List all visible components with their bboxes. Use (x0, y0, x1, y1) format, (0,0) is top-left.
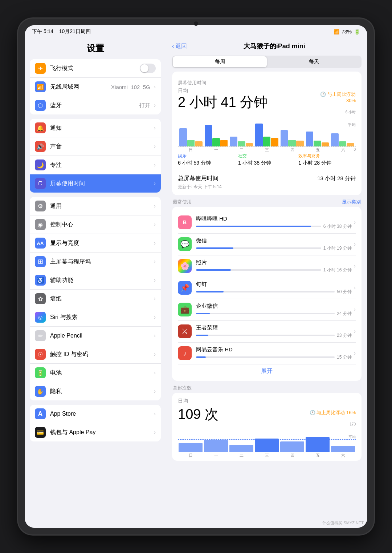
bar-efficiency (220, 140, 228, 146)
chevron-icon: › (154, 84, 156, 90)
sidebar-item-label: Siri 与搜索 (50, 314, 152, 321)
status-time: 下午 5:14 10月21日周四 (32, 28, 91, 35)
bluetooth-value: 打开 (139, 102, 150, 109)
list-item-netease-music[interactable]: ♪ 网易云音乐 HD 15 分钟 › (178, 343, 356, 364)
bar-entertainment (255, 124, 263, 146)
cat-time-entertainment: 6 小时 59 分钟 (178, 160, 235, 166)
sidebar-item-controlcenter[interactable]: ◉ 控制中心 › (30, 215, 161, 234)
status-bar: 下午 5:14 10月21日周四 📶 73% 🔋 (25, 25, 367, 38)
airplane-icon: ✈ (35, 63, 46, 74)
enterprise-wechat-icon: 💼 (178, 303, 192, 316)
sidebar-item-battery[interactable]: 🔋 电池 › (30, 364, 161, 382)
pickup-bar-mon (204, 440, 228, 452)
chevron-icon: › (354, 241, 356, 247)
honor-of-kings-bar-fill (196, 335, 208, 336)
bar-efficiency (195, 141, 203, 146)
sidebar-item-sound[interactable]: 🔊 声音 › (30, 137, 161, 156)
chevron-icon: › (154, 221, 156, 228)
tab-daily[interactable]: 每天 (267, 56, 361, 67)
chevron-icon: › (154, 429, 156, 436)
bar-entertainment (306, 132, 314, 146)
show-by-category-button[interactable]: 显示类别 (342, 199, 361, 205)
cat-entertainment: 娱乐 6 小时 59 分钟 (178, 153, 235, 166)
chevron-icon: › (154, 411, 156, 417)
list-item-dingding[interactable]: 📌 钉钉 50 分钟 › (178, 277, 356, 299)
pickup-bar-tue (229, 445, 253, 452)
sidebar-item-pencil[interactable]: ✏ Apple Pencil › (30, 327, 161, 345)
wallet-icon: 💳 (35, 427, 46, 438)
sidebar-item-bluetooth[interactable]: ⬡ 蓝牙 打开 › (30, 96, 161, 114)
period-segmented-control[interactable]: 每周 每天 (172, 56, 362, 68)
sidebar-item-focus[interactable]: 🌙 专注 › (30, 156, 161, 174)
sidebar-item-general[interactable]: ⚙ 通用 › (30, 197, 161, 215)
list-item-honor-of-kings[interactable]: ⚔ 王者荣耀 23 分钟 › (178, 321, 356, 343)
sidebar-item-airplane[interactable]: ✈ 飞行模式 (30, 59, 161, 78)
chevron-icon: › (354, 328, 356, 335)
privacy-icon: ✋ (35, 386, 46, 397)
sidebar-item-touchid[interactable]: ☉ 触控 ID 与密码 › (30, 345, 161, 364)
pickup-count-card: 日均 109 次 🕐 与上周比浮动 16% 170 平均 (172, 393, 362, 461)
chevron-icon: › (354, 263, 356, 269)
float-value: 30% (320, 98, 356, 103)
netease-music-bar-bg (196, 356, 335, 358)
list-item-wechat[interactable]: 💬 微信 1 小时 19 分钟 › (178, 234, 356, 255)
sound-icon: 🔊 (35, 141, 46, 152)
sidebar-item-privacy[interactable]: ✋ 隐私 › (30, 382, 161, 400)
bar-efficiency (296, 141, 304, 146)
wechat-icon: 💬 (178, 237, 192, 251)
bar-social (238, 141, 245, 146)
bar-group-sat (331, 114, 354, 146)
photos-info: 照片 1 小时 16 分钟 (196, 259, 352, 273)
sidebar-item-notification[interactable]: 🔔 通知 › (30, 119, 161, 137)
sidebar-item-wallet[interactable]: 💳 钱包与 Apple Pay › (30, 423, 161, 441)
sidebar-item-label: 通用 (50, 202, 152, 210)
bilibili-info: 哔哩哔哩 HD 6 小时 38 分钟 (196, 215, 352, 230)
list-item-bilibili[interactable]: B 哔哩哔哩 HD 6 小时 38 分钟 › (178, 212, 356, 234)
sidebar-item-label: 触控 ID 与密码 (50, 351, 152, 358)
chart-bars (178, 114, 356, 146)
sidebar-item-wifi[interactable]: 📶 无线局域网 Xiaomi_102_5G › (30, 78, 161, 96)
sidebar-item-wallpaper[interactable]: ✿ 墙纸 › (30, 290, 161, 308)
sidebar-item-label: 显示与亮度 (50, 239, 152, 247)
chevron-icon: › (154, 351, 156, 358)
controlcenter-icon: ◉ (35, 219, 46, 230)
chevron-icon: › (154, 295, 156, 302)
sidebar-item-label: 隐私 (50, 388, 152, 395)
dingding-bar-fill (196, 291, 224, 292)
bilibili-bar-fill (196, 226, 311, 227)
list-item-enterprise-wechat[interactable]: 💼 企业微信 24 分钟 › (178, 299, 356, 321)
sidebar-item-display[interactable]: AA 显示与亮度 › (30, 234, 161, 253)
total-row: 总屏幕使用时间 13 小时 28 分钟 (178, 171, 356, 182)
sidebar[interactable]: 设置 ✈ 飞行模式 📶 无线局域网 Xiaomi_102_5G › (25, 38, 166, 528)
wifi-value: Xiaomi_102_5G (111, 84, 150, 90)
airplane-toggle[interactable] (140, 64, 156, 73)
list-item-photos[interactable]: 🌸 照片 1 小时 16 分钟 › (178, 255, 356, 277)
back-button[interactable]: ‹ 返回 (172, 43, 187, 50)
sidebar-item-label: 声音 (50, 143, 152, 150)
most-used-label: 最常使用 (173, 199, 192, 205)
sidebar-item-screentime[interactable]: ⏱ 屏幕使用时间 › (30, 174, 161, 193)
tab-weekly[interactable]: 每周 (173, 56, 267, 67)
honor-of-kings-bar-bg (196, 335, 335, 336)
bar-entertainment (331, 133, 339, 146)
sidebar-section-stores: A App Store › 💳 钱包与 Apple Pay › (30, 405, 161, 441)
cat-social: 社交 1 小时 38 分钟 (238, 153, 295, 166)
ipad-screen: 下午 5:14 10月21日周四 📶 73% 🔋 设置 ✈ 飞行模式 (25, 25, 367, 528)
chevron-icon: › (154, 240, 156, 246)
pickup-chart: 170 平均 (178, 427, 356, 456)
sidebar-item-homescreen[interactable]: ⊞ 主屏幕与程序坞 › (30, 253, 161, 271)
camera (194, 21, 198, 26)
bar-social (339, 141, 347, 146)
cat-label-social: 社交 (238, 153, 295, 159)
sidebar-item-siri[interactable]: ◎ Siri 与搜索 › (30, 308, 161, 327)
cat-efficiency: 效率与财务 1 小时 28 分钟 (298, 153, 356, 166)
sidebar-section-general: ⚙ 通用 › ◉ 控制中心 › AA 显示与亮度 › (30, 197, 161, 400)
expand-button[interactable]: 展开 (178, 364, 356, 376)
bilibili-bar-row: 6 小时 38 分钟 (196, 223, 352, 230)
sidebar-item-label: 屏幕使用时间 (50, 180, 152, 187)
right-panel[interactable]: ‹ 返回 大马猴子的iPad mini 每周 每天 屏幕使用时间 日均 (166, 38, 367, 528)
sidebar-item-appstore[interactable]: A App Store › (30, 405, 161, 423)
sidebar-item-accessibility[interactable]: ♿ 辅助功能 › (30, 271, 161, 290)
chevron-icon: › (154, 332, 156, 339)
chevron-icon: › (154, 143, 156, 150)
